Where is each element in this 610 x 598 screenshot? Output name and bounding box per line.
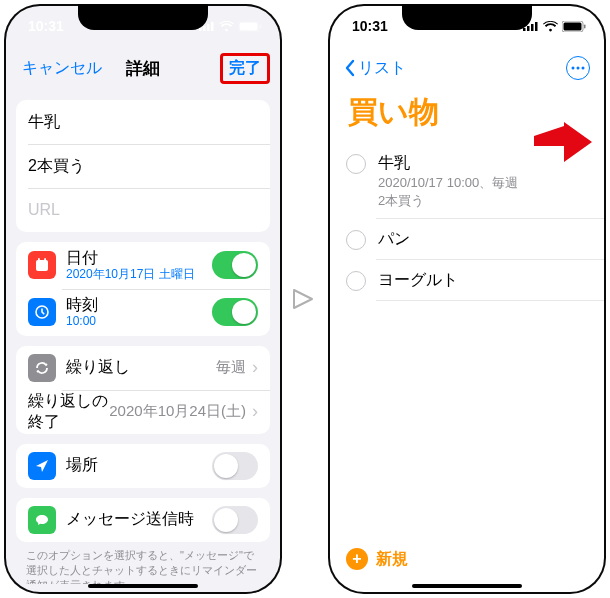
svg-rect-17 (564, 22, 582, 30)
message-icon (28, 506, 56, 534)
item-title: ヨーグルト (378, 270, 588, 291)
repeat-end-label: 繰り返しの終了 (28, 391, 109, 433)
transition-arrow (285, 282, 325, 316)
notes-input-row[interactable] (16, 144, 270, 188)
messaging-toggle[interactable] (212, 506, 258, 534)
svg-rect-12 (523, 28, 526, 31)
svg-rect-18 (584, 24, 586, 28)
svg-rect-2 (207, 24, 210, 31)
svg-rect-9 (44, 258, 46, 261)
done-button[interactable]: 完了 (220, 53, 270, 84)
messaging-footnote: このオプションを選択すると、"メッセージ"で選択した人とチャットするときにリマイ… (6, 542, 280, 584)
wifi-icon (219, 21, 234, 32)
signal-icon (199, 21, 215, 31)
chevron-right-icon: › (252, 357, 258, 378)
svg-point-21 (582, 67, 585, 70)
svg-rect-13 (527, 26, 530, 31)
statusbar: 10:31 (6, 6, 280, 46)
ellipsis-icon (571, 66, 585, 70)
new-reminder-label: 新規 (376, 549, 408, 570)
phone-right: 10:31 リスト 買い物 (328, 4, 606, 594)
clock-icon (28, 298, 56, 326)
svg-rect-6 (260, 24, 262, 28)
item-title: パン (378, 229, 588, 250)
location-row[interactable]: 場所 (16, 444, 270, 488)
cancel-button[interactable]: キャンセル (16, 54, 108, 83)
date-row[interactable]: 日付2020年10月17日 土曜日 (16, 242, 270, 289)
svg-rect-10 (36, 263, 48, 264)
group-location: 場所 (16, 444, 270, 488)
group-basic (16, 100, 270, 232)
list-item[interactable]: ヨーグルト (330, 260, 604, 301)
battery-icon (238, 21, 262, 32)
item-title: 牛乳 (378, 153, 588, 174)
title-input[interactable] (28, 113, 258, 131)
time-value: 10:00 (66, 314, 212, 330)
repeat-end-row[interactable]: 繰り返しの終了 2020年10月24日(土) › (16, 390, 270, 434)
wifi-icon (543, 21, 558, 32)
group-datetime: 日付2020年10月17日 土曜日 時刻10:00 (16, 242, 270, 336)
list-item[interactable]: 牛乳 2020/10/17 10:00、毎週 2本買う (330, 143, 604, 219)
time-toggle[interactable] (212, 298, 258, 326)
svg-rect-5 (240, 22, 258, 30)
radio-unchecked-icon[interactable] (346, 230, 366, 250)
home-indicator[interactable] (88, 584, 198, 588)
phone-left: 10:31 キャンセル 詳細 完了 (4, 4, 282, 594)
back-button[interactable]: リスト (344, 58, 406, 79)
svg-rect-8 (38, 258, 40, 261)
title-input-row[interactable] (16, 100, 270, 144)
url-input-row[interactable] (16, 188, 270, 232)
calendar-icon (28, 251, 56, 279)
location-toggle[interactable] (212, 452, 258, 480)
list-item[interactable]: パン (330, 219, 604, 260)
repeat-row[interactable]: 繰り返し 毎週 › (16, 346, 270, 390)
home-indicator[interactable] (412, 584, 522, 588)
navbar: リスト (330, 46, 604, 90)
battery-icon (562, 21, 586, 32)
signal-icon (523, 21, 539, 31)
repeat-end-value: 2020年10月24日(土) (109, 402, 246, 421)
new-reminder-button[interactable]: + 新規 (346, 548, 408, 570)
repeat-label: 繰り返し (66, 357, 216, 378)
list-title: 買い物 (330, 90, 604, 143)
time-label: 時刻 (66, 295, 212, 314)
radio-unchecked-icon[interactable] (346, 271, 366, 291)
svg-rect-1 (203, 26, 206, 31)
svg-rect-7 (36, 260, 48, 271)
radio-unchecked-icon[interactable] (346, 154, 366, 174)
repeat-icon (28, 354, 56, 382)
date-value: 2020年10月17日 土曜日 (66, 267, 212, 283)
group-messaging: メッセージ送信時 (16, 498, 270, 542)
navbar: キャンセル 詳細 完了 (6, 46, 280, 90)
time-row[interactable]: 時刻10:00 (16, 289, 270, 336)
group-repeat: 繰り返し 毎週 › 繰り返しの終了 2020年10月24日(土) › (16, 346, 270, 434)
svg-point-19 (572, 67, 575, 70)
notes-input[interactable] (28, 157, 258, 175)
repeat-value: 毎週 (216, 358, 246, 377)
chevron-right-icon: › (252, 401, 258, 422)
messaging-label: メッセージ送信時 (66, 509, 212, 530)
date-label: 日付 (66, 248, 212, 267)
svg-rect-15 (535, 22, 538, 31)
chevron-left-icon (344, 59, 356, 77)
location-label: 場所 (66, 455, 212, 476)
plus-icon: + (346, 548, 368, 570)
svg-rect-14 (531, 24, 534, 31)
back-label: リスト (358, 58, 406, 79)
statusbar: 10:31 (330, 6, 604, 46)
item-meta: 2020/10/17 10:00、毎週 (378, 174, 588, 192)
svg-rect-0 (199, 28, 202, 31)
messaging-row[interactable]: メッセージ送信時 (16, 498, 270, 542)
date-toggle[interactable] (212, 251, 258, 279)
reminder-list: 牛乳 2020/10/17 10:00、毎週 2本買う パン ヨーグルト (330, 143, 604, 301)
url-input[interactable] (28, 201, 258, 219)
location-icon (28, 452, 56, 480)
svg-rect-3 (211, 22, 214, 31)
more-button[interactable] (566, 56, 590, 80)
svg-point-20 (577, 67, 580, 70)
status-time: 10:31 (352, 18, 388, 34)
item-meta: 2本買う (378, 192, 588, 210)
status-time: 10:31 (28, 18, 64, 34)
